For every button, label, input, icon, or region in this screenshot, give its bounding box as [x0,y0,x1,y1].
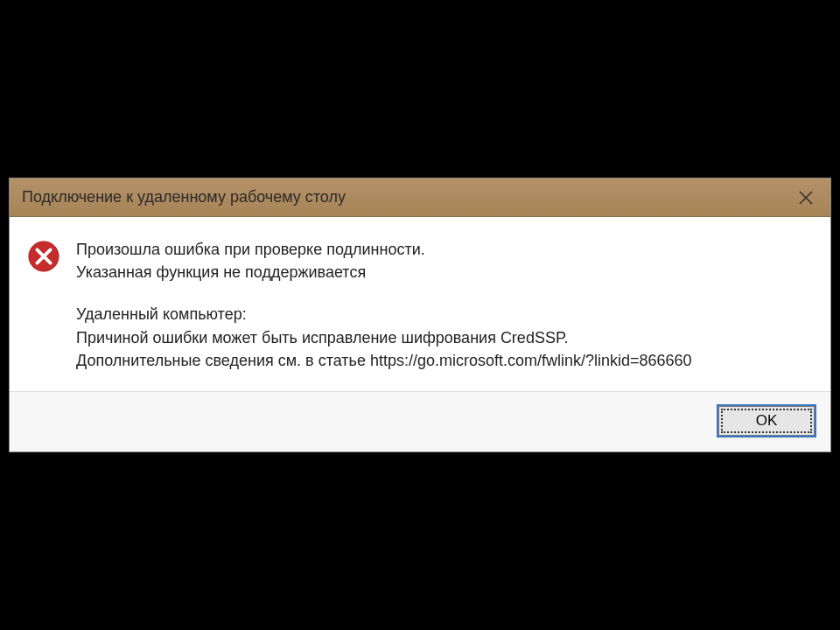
close-icon [799,191,813,205]
error-icon [27,240,60,273]
dialog-title: Подключение к удаленному рабочему столу [10,188,346,206]
message-text: Произошла ошибка при проверке подлинност… [76,238,813,371]
message-line: Удаленный компьютер: [76,303,813,326]
message-line: Причиной ошибки может быть исправление ш… [76,326,813,349]
message-line: Произошла ошибка при проверке подлинност… [76,238,813,261]
close-button[interactable] [781,178,830,217]
dialog-body: Произошла ошибка при проверке подлинност… [10,217,830,391]
titlebar: Подключение к удаленному рабочему столу [10,178,830,217]
ok-button[interactable]: OK [718,406,815,436]
dialog-window: Подключение к удаленному рабочему столу … [9,178,831,452]
spacer [76,284,813,303]
message-line: Указанная функция не поддерживается [76,261,813,284]
dialog-footer: OK [10,392,830,452]
message-line: Дополнительные сведения см. в статье htt… [76,349,813,372]
